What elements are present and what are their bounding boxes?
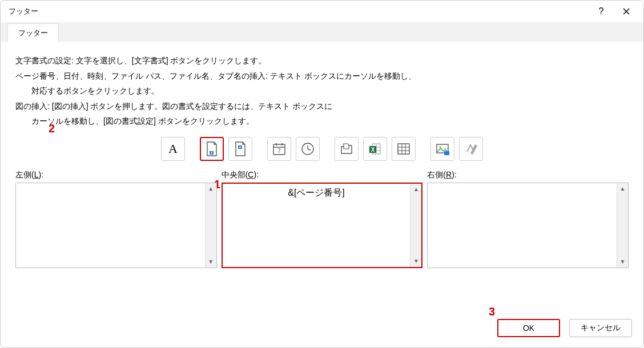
- footer-dialog: フッター ? フッター 文字書式の設定: 文字を選択し、[文字書式] ボタンをク…: [0, 0, 644, 348]
- total-pages-icon: #: [234, 141, 247, 157]
- sheet-name-button[interactable]: [392, 137, 416, 161]
- scrollbar: ▲ ▼: [205, 183, 216, 268]
- scroll-up[interactable]: ▲: [617, 183, 628, 195]
- instruction-line: カーソルを移動し、[図の書式設定] ボタンをクリックします。: [31, 114, 629, 129]
- scroll-up[interactable]: ▲: [206, 183, 216, 195]
- format-picture-button[interactable]: [459, 137, 483, 161]
- excel-icon: X: [368, 141, 383, 156]
- page-number-button[interactable]: #: [200, 137, 224, 161]
- total-pages-button[interactable]: #: [228, 137, 252, 161]
- svg-text:7: 7: [277, 148, 281, 154]
- scrollbar: ▲ ▼: [617, 183, 628, 268]
- format-picture-icon: [464, 141, 478, 156]
- center-label: 中央部(C):: [222, 170, 423, 180]
- date-button[interactable]: 7: [267, 137, 291, 161]
- right-label: 右側(R):: [427, 170, 629, 180]
- right-section: 右側(R): ▲ ▼: [427, 170, 629, 268]
- scrollbar: ▲ ▼: [410, 184, 421, 267]
- tab-footer[interactable]: フッター: [7, 23, 59, 42]
- instruction-line: ページ番号、日付、時刻、ファイル パス、ファイル名、タブ名の挿入: テキスト ボ…: [15, 68, 629, 84]
- footer-fields: 1 左側(L): ▲ ▼ 中央部(C):: [15, 170, 629, 268]
- file-name-button[interactable]: X: [363, 137, 387, 161]
- left-textarea[interactable]: [16, 183, 205, 268]
- insert-picture-button[interactable]: [430, 137, 454, 161]
- picture-icon: [435, 141, 450, 156]
- tab-strip: フッター: [1, 22, 643, 42]
- instruction-line: 対応するボタンをクリックします。: [31, 83, 629, 99]
- dialog-title: フッター: [9, 6, 589, 17]
- svg-rect-18: [398, 144, 409, 154]
- calendar-icon: 7: [272, 141, 287, 156]
- help-button[interactable]: ?: [589, 3, 614, 20]
- toolbar: 2 A # #: [15, 137, 629, 161]
- center-textarea[interactable]: [223, 184, 410, 267]
- svg-rect-25: [444, 151, 449, 155]
- left-label: 左側(L):: [15, 170, 217, 180]
- left-textarea-wrap: ▲ ▼: [15, 183, 217, 268]
- button-bar: 3 OK キャンセル: [1, 309, 643, 347]
- format-text-button[interactable]: A: [161, 137, 185, 161]
- center-section: 中央部(C): ▲ ▼: [222, 170, 423, 268]
- instruction-line: 図の挿入: [図の挿入] ボタンを押します。図の書式を設定するには、テキスト ボ…: [15, 99, 629, 114]
- page-number-icon: #: [205, 141, 219, 157]
- file-path-button[interactable]: [335, 137, 359, 161]
- instruction-line: 文字書式の設定: 文字を選択し、[文字書式] ボタンをクリックします。: [15, 53, 629, 68]
- instructions: 文字書式の設定: 文字を選択し、[文字書式] ボタンをクリックします。 ページ番…: [15, 53, 629, 129]
- dialog-content: 文字書式の設定: 文字を選択し、[文字書式] ボタンをクリックします。 ページ番…: [1, 42, 643, 309]
- text-format-icon: A: [168, 141, 178, 156]
- center-textarea-wrap: ▲ ▼: [222, 183, 423, 268]
- left-section: 左側(L): ▲ ▼: [15, 170, 217, 268]
- sheet-icon: [396, 141, 411, 156]
- svg-line-11: [308, 149, 311, 150]
- cancel-button[interactable]: キャンセル: [569, 319, 632, 337]
- right-textarea-wrap: ▲ ▼: [427, 183, 629, 268]
- close-button[interactable]: [614, 3, 639, 20]
- file-path-icon: [339, 141, 354, 156]
- right-textarea[interactable]: [428, 183, 617, 268]
- title-bar: フッター ?: [1, 1, 643, 22]
- scroll-down[interactable]: ▼: [617, 256, 628, 268]
- svg-text:X: X: [371, 146, 375, 152]
- ok-button[interactable]: OK: [497, 319, 560, 337]
- scroll-down[interactable]: ▼: [410, 256, 421, 267]
- scroll-down[interactable]: ▼: [206, 256, 216, 268]
- scroll-up[interactable]: ▲: [410, 184, 421, 195]
- time-button[interactable]: [296, 137, 320, 161]
- clock-icon: [300, 141, 315, 156]
